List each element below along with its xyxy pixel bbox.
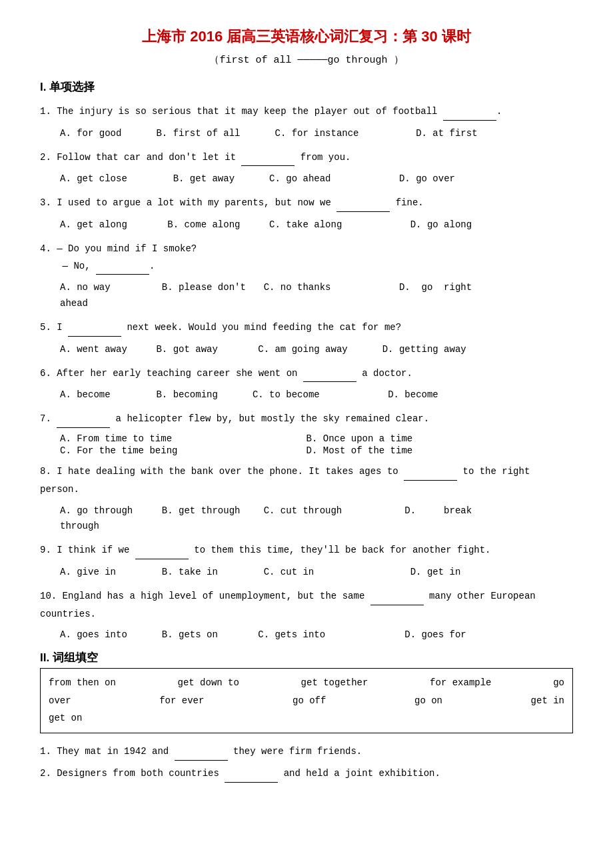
q7-blank (57, 411, 110, 428)
q1-text: 1. The injury is so serious that it may … (40, 106, 502, 117)
q9-options: A. give in B. take in C. cut in D. get i… (60, 565, 573, 581)
q7-options: A. From time to time B. Once upon a time… (60, 433, 573, 456)
q10-option-a: A. goes into (60, 629, 149, 640)
q7-text: 7. a helicopter flew by, but mostly the … (40, 413, 429, 424)
q10-option-d: D. goes for (404, 629, 466, 640)
q6-option-a: A. become (60, 389, 144, 400)
q7-option-c: C. For the time being (60, 445, 306, 456)
q4-option-b: B. please don't (162, 282, 251, 293)
q4-blank (96, 259, 149, 275)
question-5: 5. I next week. Would you mind feeding t… (40, 319, 573, 337)
word-bank-item-8: go off (293, 692, 326, 710)
q1-option-a: A. for good (60, 128, 144, 139)
word-bank-item-11: get on (49, 709, 82, 727)
q4-options: A. no way B. please don't C. no thanks D… (60, 280, 573, 312)
fill-q1-blank (175, 744, 228, 761)
subtitle: （first of all ─────go through ） (40, 53, 573, 66)
question-10: 10. England has a high level of unemploy… (40, 587, 573, 623)
q10-option-b: B. gets on (162, 629, 246, 640)
q5-blank (68, 320, 121, 337)
q5-option-c: C. am going away (258, 344, 370, 355)
word-bank-item-10: get in (531, 692, 564, 710)
word-bank-item-2: get down to (178, 674, 239, 692)
q2-option-a: A. get close (60, 173, 161, 184)
q7-option-b: B. Once upon a time (306, 433, 553, 444)
q1-option-c: C. for instance (275, 128, 403, 139)
q2-text: 2. Follow that car and don't let it from… (40, 152, 350, 163)
q1-blank (443, 104, 496, 121)
question-8: 8. I hate dealing with the bank over the… (40, 463, 573, 498)
q4-option-d-cont: ahead (60, 298, 88, 309)
word-bank: from then on get down to get together fo… (40, 668, 573, 733)
q10-text: 10. England has a high level of unemploy… (40, 591, 536, 619)
q9-text: 9. I think if we to them this time, they… (40, 545, 491, 555)
q3-option-a: A. get along (60, 219, 155, 230)
q5-options: A. went away B. got away C. am going awa… (60, 342, 573, 358)
q3-option-b: B. come along (167, 219, 257, 230)
q9-blank (135, 543, 189, 559)
question-4: 4. — Do you mind if I smoke? — No, . (40, 240, 573, 275)
q2-blank (241, 150, 295, 167)
q9-option-b: B. take in (162, 567, 251, 577)
q9-option-a: A. give in (60, 567, 149, 577)
word-bank-item-5: go (553, 674, 564, 692)
q8-option-b: B. get through (162, 505, 251, 516)
word-bank-item-3: get together (301, 674, 368, 692)
word-bank-item-7: for ever (159, 692, 204, 710)
fill-q1: 1. They mat in 1942 and they were firm f… (40, 744, 573, 761)
q2-option-b: B. get away (173, 173, 257, 184)
question-7: 7. a helicopter flew by, but mostly the … (40, 410, 573, 428)
q8-text: 8. I hate dealing with the bank over the… (40, 466, 530, 495)
section-1-title: I. 单项选择 (40, 79, 573, 95)
q3-option-c: C. take along (269, 219, 398, 230)
word-bank-item-1: from then on (49, 674, 116, 692)
q2-option-d: D. go over (399, 173, 455, 184)
q1-option-d: D. at first (416, 128, 477, 139)
q6-options: A. become B. becoming C. to become D. be… (60, 387, 573, 403)
question-1: 1. The injury is so serious that it may … (40, 103, 573, 121)
fill-q2: 2. Designers from both countries and hel… (40, 766, 573, 783)
q8-option-d: D. break (404, 505, 472, 516)
q7-option-a: A. From time to time (60, 433, 306, 444)
section-2: II. 词组填空 from then on get down to get to… (40, 650, 573, 782)
q5-option-d: D. getting away (382, 344, 466, 355)
question-2: 2. Follow that car and don't let it from… (40, 149, 573, 167)
word-bank-item-4: for example (430, 674, 491, 692)
q10-blank (370, 589, 424, 605)
q8-options: A. go through B. get through C. cut thro… (60, 503, 573, 535)
word-bank-item-9: go on (414, 692, 442, 710)
q5-option-a: A. went away (60, 344, 144, 355)
q7-option-d: D. Most of the time (306, 445, 553, 456)
question-3: 3. I used to argue a lot with my parents… (40, 194, 573, 212)
q3-option-d: D. go along (410, 219, 472, 230)
section-2-title: II. 词组填空 (40, 650, 98, 665)
q2-option-c: C. go ahead (269, 173, 386, 184)
q8-blank (404, 464, 457, 481)
q6-blank (303, 366, 356, 383)
q2-options: A. get close B. get away C. go ahead D. … (60, 171, 573, 187)
q10-options: A. goes into B. gets on C. gets into D. … (60, 627, 573, 643)
q1-options: A. for good B. first of all C. for insta… (60, 126, 573, 142)
q8-option-a: A. go through (60, 505, 149, 516)
q6-text: 6. After her early teaching career she w… (40, 368, 412, 379)
q4-option-d: D. go right (399, 282, 472, 293)
q8-option-d-cont: through (60, 521, 99, 531)
q6-option-d: D. become (388, 389, 438, 400)
q3-text: 3. I used to argue a lot with my parents… (40, 197, 424, 208)
word-bank-item-6: over (49, 692, 71, 710)
q5-text: 5. I next week. Would you mind feeding t… (40, 322, 401, 333)
q9-option-c: C. cut in (264, 567, 398, 577)
question-6: 6. After her early teaching career she w… (40, 365, 573, 383)
q8-option-c: C. cut through (264, 505, 392, 516)
q3-blank (336, 195, 390, 212)
section-1: I. 单项选择 1. The injury is so serious that… (40, 79, 573, 643)
q5-option-b: B. got away (156, 344, 245, 355)
question-9: 9. I think if we to them this time, they… (40, 541, 573, 559)
q3-options: A. get along B. come along C. take along… (60, 217, 573, 233)
fill-q2-blank (225, 766, 278, 783)
q6-option-c: C. to become (253, 389, 376, 400)
q4-text: 4. — Do you mind if I smoke? — No, . (40, 243, 197, 271)
q9-option-d: D. get in (410, 567, 461, 577)
q1-option-b: B. first of all (156, 128, 263, 139)
q10-option-c: C. gets into (258, 629, 392, 640)
